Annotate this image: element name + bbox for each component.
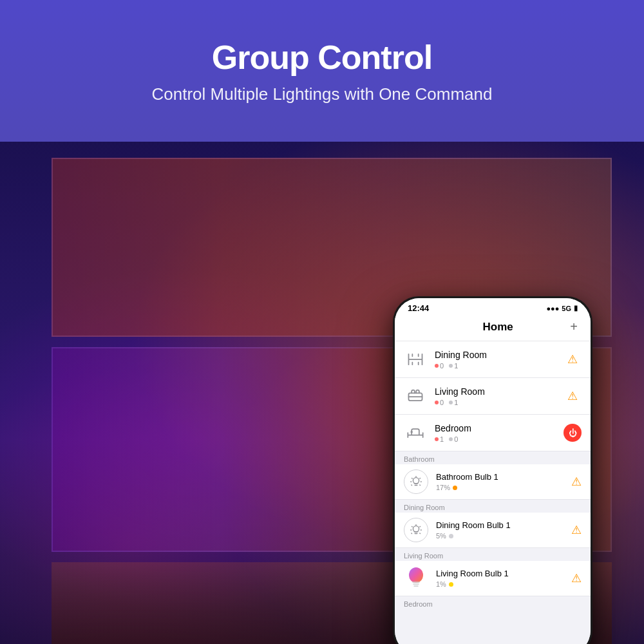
room-devices-dining: 0 1 xyxy=(435,362,556,370)
device-info-living-bulb1: Living Room Bulb 1 1% xyxy=(436,569,564,588)
alert-icon-dining-bulb1: ⚠ xyxy=(571,523,582,537)
dining-bulb-icon xyxy=(404,518,428,542)
room-item-bedroom[interactable]: Bedroom 1 0 xyxy=(395,415,591,451)
dining-bulb1-percent: 5% xyxy=(436,532,446,540)
status-icons: ●●● 5G ▮ xyxy=(546,304,578,312)
page-subtitle: Control Multiple Lightings with One Comm… xyxy=(152,84,493,104)
phone-screen: 12:44 ●●● 5G ▮ Home + xyxy=(395,298,591,644)
alert-icon-bathroom-bulb1: ⚠ xyxy=(571,475,582,489)
alert-icon-living-bulb1: ⚠ xyxy=(571,571,582,585)
device-item-dining-bulb1[interactable]: Dining Room Bulb 1 5% ⚠ xyxy=(395,513,591,548)
online-count-dining: 1 xyxy=(454,362,458,370)
device-name-living-bulb1: Living Room Bulb 1 xyxy=(436,569,564,578)
offline-dot-living xyxy=(435,401,439,404)
device-count-offline-living: 0 xyxy=(435,399,444,406)
svg-point-1 xyxy=(410,431,413,433)
room-item-dining[interactable]: Dining Room 0 1 xyxy=(395,341,591,378)
online-dot-bedroom xyxy=(449,437,453,441)
page-title: Group Control xyxy=(212,38,432,77)
offline-count-bedroom: 1 xyxy=(440,435,444,443)
room-info-bedroom: Bedroom 1 0 xyxy=(435,423,556,443)
device-status-living-bulb1: 1% xyxy=(436,580,564,588)
room-list: Dining Room 0 1 xyxy=(395,341,591,644)
svg-point-2 xyxy=(413,478,419,484)
room-name-bedroom: Bedroom xyxy=(435,423,556,433)
dining-bulb1-dot xyxy=(449,534,453,538)
section-header-living: Living Room xyxy=(395,548,591,561)
device-item-living-bulb1[interactable]: Living Room Bulb 1 1% ⚠ xyxy=(395,561,591,596)
device-name-bathroom-bulb1: Bathroom Bulb 1 xyxy=(436,472,564,482)
device-status-dining-bulb1: 5% xyxy=(436,532,564,540)
app-header-title: Home xyxy=(426,321,570,334)
device-count-online-living: 1 xyxy=(449,399,458,406)
device-info-bathroom-bulb1: Bathroom Bulb 1 17% xyxy=(436,472,564,491)
svg-point-3 xyxy=(413,526,419,532)
device-count-offline-dining: 0 xyxy=(435,362,444,370)
online-count-living: 1 xyxy=(454,399,458,406)
bathroom-bulb1-dot xyxy=(453,486,457,490)
svg-point-4 xyxy=(409,567,423,583)
device-count-online-dining: 1 xyxy=(449,362,458,370)
section-header-dining: Dining Room xyxy=(395,500,591,513)
dining-action-button[interactable]: ⚠ xyxy=(564,350,582,368)
device-name-dining-bulb1: Dining Room Bulb 1 xyxy=(436,520,564,530)
section-header-bathroom: Bathroom xyxy=(395,451,591,464)
online-dot-living xyxy=(449,401,453,404)
bathroom-bulb1-percent: 17% xyxy=(436,484,450,491)
header-section: Group Control Control Multiple Lightings… xyxy=(0,0,644,142)
signal-icon: ●●● xyxy=(546,305,559,312)
offline-count-dining: 0 xyxy=(440,362,444,370)
battery-icon: ▮ xyxy=(574,304,578,312)
app-header: Home + xyxy=(395,316,591,341)
offline-dot-bedroom xyxy=(435,437,439,441)
device-count-offline-bedroom: 1 xyxy=(435,435,444,443)
network-label: 5G xyxy=(562,305,571,312)
device-item-bathroom-bulb1[interactable]: Bathroom Bulb 1 17% ⚠ xyxy=(395,464,591,500)
offline-count-living: 0 xyxy=(440,399,444,406)
room-info-dining: Dining Room 0 1 xyxy=(435,350,556,370)
room-item-living[interactable]: Living Room 0 1 xyxy=(395,378,591,415)
status-time: 12:44 xyxy=(408,303,429,313)
alert-icon-living: ⚠ xyxy=(567,389,578,403)
room-name-living: Living Room xyxy=(435,386,556,397)
dining-icon xyxy=(404,348,427,371)
living-room-icon xyxy=(404,384,427,408)
living-action-button[interactable]: ⚠ xyxy=(564,387,582,405)
online-dot-dining xyxy=(449,364,453,368)
living-bulb1-dot xyxy=(449,582,453,587)
offline-dot-dining xyxy=(435,364,439,368)
room-devices-bedroom: 1 0 xyxy=(435,435,556,443)
room-name-dining: Dining Room xyxy=(435,350,556,360)
status-bar: 12:44 ●●● 5G ▮ xyxy=(395,298,591,316)
room-info-living: Living Room 0 1 xyxy=(435,386,556,406)
room-devices-living: 0 1 xyxy=(435,399,556,406)
add-home-button[interactable]: + xyxy=(570,319,578,334)
alert-icon-dining: ⚠ xyxy=(567,352,578,366)
device-count-online-bedroom: 0 xyxy=(449,435,458,443)
phone-frame: 12:44 ●●● 5G ▮ Home + xyxy=(393,296,592,644)
bathroom-bulb-icon xyxy=(404,469,428,494)
device-info-dining-bulb1: Dining Room Bulb 1 5% xyxy=(436,520,564,540)
page-wrapper: Group Control Control Multiple Lightings… xyxy=(0,0,644,644)
bedroom-icon xyxy=(404,421,427,444)
living-bulb-icon xyxy=(404,566,428,591)
living-bulb1-percent: 1% xyxy=(436,580,446,588)
device-status-bathroom-bulb1: 17% xyxy=(436,484,564,491)
online-count-bedroom: 0 xyxy=(454,435,458,443)
section-header-bedroom-bottom: Bedroom xyxy=(395,596,591,609)
bedroom-power-button[interactable]: ⏻ xyxy=(564,424,582,442)
phone-container: 12:44 ●●● 5G ▮ Home + xyxy=(393,296,592,644)
